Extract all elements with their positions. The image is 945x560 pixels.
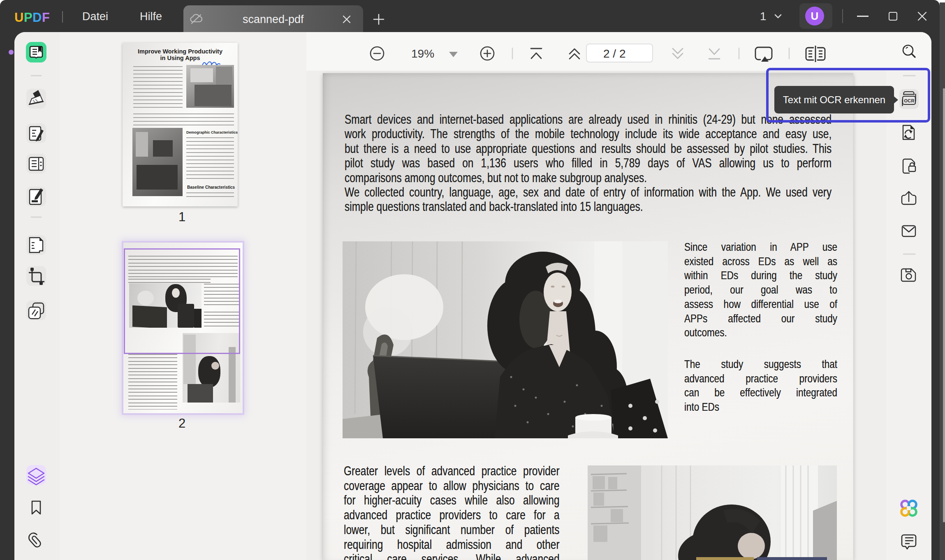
svg-text:19%: 19%: [411, 47, 434, 60]
svg-text:2 / 2: 2 / 2: [603, 47, 625, 60]
